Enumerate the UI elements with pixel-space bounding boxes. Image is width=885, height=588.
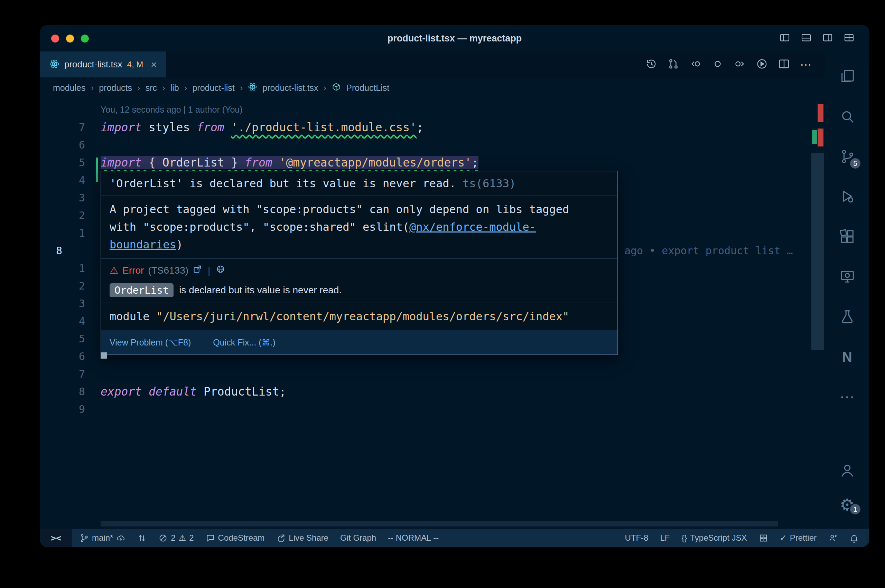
hover-ts-code: ts(6133) (463, 177, 516, 190)
hover-module-path: module "/Users/juri/nrwl/content/myreact… (101, 303, 618, 330)
horizontal-scrollbar[interactable] (101, 521, 778, 526)
remote-explorer-icon[interactable] (825, 257, 869, 297)
editor-actions: ⋯ (645, 51, 825, 77)
vertical-scrollbar[interactable] (811, 153, 824, 350)
toggle-secondary-sidebar-icon[interactable] (822, 32, 833, 45)
code-line[interactable]: 7 (40, 365, 825, 383)
minimize-window-button[interactable] (66, 34, 74, 42)
eslint-rule-link[interactable]: @nx/enforce-module- (409, 220, 536, 234)
eslint-rule-link[interactable]: boundaries (110, 238, 176, 251)
breadcrumb-item-symbol[interactable]: ProductList (346, 83, 389, 93)
tab-product-list[interactable]: product-list.tsx 4, M × (40, 51, 166, 77)
line-number: 1 (40, 227, 85, 239)
hover-resize-grip[interactable] (101, 352, 107, 358)
layout-grid-icon[interactable] (759, 533, 768, 543)
check-icon: ✓ (780, 533, 787, 543)
nx-console-icon[interactable]: N (825, 337, 869, 377)
codestream-status[interactable]: CodeStream (206, 533, 265, 543)
zoom-window-button[interactable] (81, 34, 89, 42)
code-line[interactable]: 5import { OrderList } from '@myreactapp/… (40, 154, 825, 171)
window-title: product-list.tsx — myreactapp (388, 33, 522, 44)
breadcrumb-item-products[interactable]: products (99, 83, 132, 93)
code-line[interactable]: You, 12 seconds ago | 1 author (You) (40, 101, 825, 118)
git-graph-status[interactable]: Git Graph (340, 533, 376, 543)
warnings-icon: ⚠ (179, 533, 186, 543)
vim-mode-status: -- NORMAL -- (388, 533, 439, 543)
toggle-panel-icon[interactable] (801, 32, 812, 45)
line-number: 8 (40, 244, 85, 257)
split-editor-icon[interactable] (778, 58, 790, 72)
problems-status[interactable]: 2 ⚠ 2 (158, 533, 194, 543)
code-line[interactable]: 9 (40, 400, 825, 418)
breadcrumb-item-file[interactable]: product-list.tsx (262, 83, 318, 93)
open-external-icon[interactable] (192, 264, 202, 276)
run-code-icon[interactable] (756, 58, 768, 72)
git-codelens[interactable]: You, 12 seconds ago | 1 author (You) (85, 105, 243, 115)
error-label: Error (122, 265, 144, 276)
line-number: 6 (40, 139, 85, 151)
compare-changes-icon[interactable] (667, 58, 680, 72)
explorer-icon[interactable] (825, 56, 869, 96)
line-number: 1 (40, 262, 85, 274)
close-window-button[interactable] (51, 34, 59, 42)
account-icon[interactable] (825, 453, 869, 488)
publish-cloud-icon (116, 533, 125, 543)
search-icon[interactable] (825, 96, 869, 136)
diagnostic-hover-tooltip: 'OrderList' is declared but its value is… (101, 171, 618, 355)
remote-indicator[interactable]: >< (40, 529, 72, 547)
tab-bar: product-list.tsx 4, M × ⋯ (40, 51, 825, 77)
hover-error-detail: ⚠ Error(TS6133) | OrderList is declared … (101, 259, 618, 303)
close-tab-icon[interactable]: × (151, 59, 157, 70)
code-editor[interactable]: You, 12 seconds ago | 1 author (You)7imp… (40, 98, 825, 529)
previous-change-icon[interactable] (689, 58, 702, 72)
prettier-status[interactable]: ✓Prettier (780, 533, 817, 543)
timeline-icon[interactable] (645, 58, 658, 72)
source-control-icon[interactable]: 5 (825, 136, 869, 177)
editor-layout-icon[interactable] (843, 32, 855, 45)
globe-icon[interactable] (216, 264, 225, 276)
error-code: (TS6133) (148, 265, 188, 276)
line-number: 9 (40, 403, 85, 415)
scm-badge: 5 (849, 157, 861, 170)
hover-eslint-message: A project tagged with "scope:products" c… (101, 196, 618, 259)
error-mark (817, 104, 823, 122)
breadcrumb-separator: › (137, 82, 140, 93)
live-share-status[interactable]: Live Share (276, 533, 328, 543)
feedback-icon[interactable] (828, 533, 838, 543)
quick-fix-button[interactable]: Quick Fix... (⌘.) (213, 334, 275, 351)
open-changes-icon[interactable] (711, 58, 724, 72)
vscode-window: product-list.tsx — myreactapp product-li… (40, 25, 869, 547)
error-warning-icon: ⚠ (110, 265, 118, 276)
more-actions-icon[interactable]: ⋯ (800, 58, 812, 71)
encoding-status[interactable]: UTF-8 (625, 533, 648, 543)
breadcrumb-item-src[interactable]: src (146, 83, 157, 93)
view-problem-button[interactable]: View Problem (⌥F8) (110, 334, 191, 351)
git-modified-gutter-bar (96, 158, 98, 182)
activity-bar: 5 N ⋯ ⚙1 (825, 51, 869, 529)
toggle-primary-sidebar-icon[interactable] (779, 32, 790, 45)
settings-gear-icon[interactable]: ⚙1 (825, 488, 869, 522)
code-line[interactable]: 7import styles from './product-list.modu… (40, 118, 825, 136)
extensions-icon[interactable] (825, 217, 869, 257)
breadcrumb-item-lib[interactable]: lib (170, 83, 179, 93)
language-status[interactable]: {}TypeScript JSX (681, 533, 747, 543)
line-number: 5 (40, 156, 85, 169)
notifications-bell-icon[interactable] (849, 533, 859, 543)
breadcrumb-item-modules[interactable]: modules (53, 83, 86, 93)
react-icon (248, 82, 257, 94)
line-number: 4 (40, 315, 85, 327)
breadcrumb-separator: › (324, 82, 327, 93)
more-views-icon[interactable]: ⋯ (825, 377, 869, 417)
line-number: 2 (40, 280, 85, 292)
code-line[interactable]: 8export default ProductList; (40, 383, 825, 400)
compare-branch-status[interactable] (137, 533, 147, 543)
eol-status[interactable]: LF (660, 533, 670, 543)
run-debug-icon[interactable] (825, 177, 869, 217)
testing-icon[interactable] (825, 297, 869, 337)
breadcrumb-separator: › (240, 82, 243, 93)
breadcrumb-item-product-list[interactable]: product-list (192, 83, 234, 93)
git-branch-status[interactable]: main* (80, 533, 125, 543)
next-change-icon[interactable] (733, 58, 746, 72)
line-number: 8 (40, 386, 85, 398)
code-line[interactable]: 6 (40, 136, 825, 154)
